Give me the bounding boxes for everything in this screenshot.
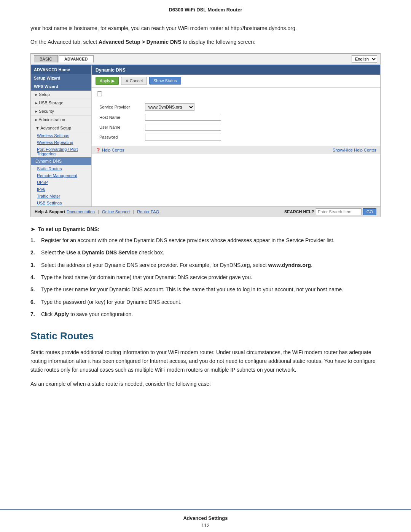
panel-content: Service Provider www.DynDNS.org Host Nam… <box>92 88 380 146</box>
router-top-bar: BASIC ADVANCED English <box>31 54 380 65</box>
step-7-bold: Apply <box>54 311 69 317</box>
panel-toolbar: Apply ▶ ✕ Cancel Show Status <box>92 75 380 88</box>
show-status-button[interactable]: Show Status <box>149 77 181 85</box>
step-3: 3. Select the address of your Dynamic DN… <box>30 261 381 269</box>
search-help-label: SEARCH HELP <box>284 209 314 214</box>
user-name-input[interactable] <box>145 124 221 131</box>
help-center-link[interactable]: ❓ Help Center <box>96 148 124 153</box>
sidebar-item-security[interactable]: ▸ Security <box>31 107 91 116</box>
intro-paragraph-2: On the Advanced tab, select Advanced Set… <box>30 38 381 46</box>
step-6: 6. Type the password (or key) for your D… <box>30 298 381 306</box>
sidebar-setup-wizard[interactable]: Setup Wizard <box>31 74 91 82</box>
step-7-text: Click Apply to save your configuration. <box>41 310 133 318</box>
online-support-link[interactable]: Online Support <box>102 209 130 214</box>
step-2: 2. Select the Use a Dynamic DNS Service … <box>30 248 381 257</box>
main-panel: Dynamic DNS Apply ▶ ✕ Cancel Show Status <box>92 66 380 206</box>
router-faq-link[interactable]: Router FAQ <box>137 209 159 214</box>
show-hide-help-link[interactable]: Show/Hide Help Center <box>333 148 376 152</box>
service-provider-label: Service Provider <box>97 102 143 112</box>
footer-label: Advanced Settings <box>0 515 411 521</box>
form-table: Service Provider www.DynDNS.org Host Nam… <box>97 102 375 142</box>
password-label: Password <box>97 132 143 142</box>
instruction-list: 1. Register for an account with one of t… <box>30 236 381 319</box>
intro-paragraph-1: your host name is hostname, for example,… <box>30 24 381 32</box>
sidebar-subitem-static-routes[interactable]: Static Routes <box>31 165 91 172</box>
form-row-password: Password <box>97 132 375 142</box>
sidebar: ADVANCED Home Setup Wizard WPS Wizard ▸ … <box>31 66 92 206</box>
static-routes-paragraph-2: As an example of when a static route is … <box>30 380 381 388</box>
host-name-input[interactable] <box>145 114 221 121</box>
step-2-num: 2. <box>30 248 37 257</box>
checkbox-row <box>97 91 375 96</box>
go-button[interactable]: GO <box>363 208 376 215</box>
sidebar-item-administration[interactable]: ▸ Administration <box>31 116 91 124</box>
docs-link[interactable]: Documentation <box>67 209 95 214</box>
sidebar-item-setup[interactable]: ▸ Setup <box>31 91 91 99</box>
step-6-text: Type the password (or key) for your Dyna… <box>41 298 182 306</box>
form-row-host-name: Host Name <box>97 112 375 122</box>
apply-button[interactable]: Apply ▶ <box>96 77 119 85</box>
step-7: 7. Click Apply to save your configuratio… <box>30 310 381 318</box>
sidebar-subitem-dynamic-dns[interactable]: Dynamic DNS <box>31 157 91 165</box>
static-routes-paragraph-1: Static routes provide additional routing… <box>30 348 381 374</box>
page-container: D6300 WiFi DSL Modem Router your host na… <box>0 0 411 532</box>
sidebar-subitem-remote-management[interactable]: Remote Management <box>31 172 91 179</box>
sidebar-subitem-traffic-meter[interactable]: Traffic Meter <box>31 193 91 200</box>
arrow-icon: ➤ <box>30 226 35 232</box>
step-1-num: 1. <box>30 236 37 244</box>
main-content: your host name is hostname, for example,… <box>0 16 411 509</box>
panel-footer: ❓ Help Center Show/Hide Help Center <box>92 146 380 154</box>
tab-basic[interactable]: BASIC <box>34 55 58 62</box>
sidebar-item-usb-storage[interactable]: ▸ USB Storage <box>31 99 91 107</box>
language-select[interactable]: English <box>352 55 377 63</box>
step-1: 1. Register for an account with one of t… <box>30 236 381 244</box>
use-dynamic-dns-checkbox[interactable] <box>97 91 102 96</box>
step-2-text: Select the Use a Dynamic DNS Service che… <box>41 248 164 257</box>
step-3-num: 3. <box>30 261 37 269</box>
step-3-bold: www.dyndns.org <box>268 262 311 268</box>
sidebar-subitem-usb-settings[interactable]: USB Settings <box>31 200 91 206</box>
static-routes-section: Static Routes Static routes provide addi… <box>30 330 381 388</box>
step-5: 5. Type the user name for your Dynamic D… <box>30 285 381 294</box>
sidebar-wps-wizard[interactable]: WPS Wizard <box>31 82 91 91</box>
instruction-heading-text: To set up Dynamic DNS: <box>38 226 100 232</box>
router-bottom-bar: Help & Support Documentation | Online Su… <box>31 206 380 217</box>
intro-p2-bold: Advanced Setup > Dynamic DNS <box>99 39 181 45</box>
panel-title: Dynamic DNS <box>92 66 380 75</box>
sidebar-subitem-wireless-settings[interactable]: Wireless Settings <box>31 132 91 139</box>
service-provider-select[interactable]: www.DynDNS.org <box>145 103 194 111</box>
sidebar-subitem-ipv6[interactable]: IPv6 <box>31 186 91 193</box>
sidebar-subitem-port-forwarding[interactable]: Port Forwarding / Port Triggering <box>31 146 91 157</box>
step-4: 4. Type the host name (or domain name) t… <box>30 273 381 281</box>
form-row-service-provider: Service Provider www.DynDNS.org <box>97 102 375 112</box>
intro-p2-before: On the Advanced tab, select <box>30 39 99 45</box>
search-input[interactable] <box>316 208 362 215</box>
step-4-text: Type the host name (or domain name) that… <box>41 273 252 281</box>
step-5-text: Type the user name for your Dynamic DNS … <box>41 285 343 294</box>
intro-p2-after: to display the following screen: <box>181 39 255 45</box>
footer-page-number: 112 <box>0 522 411 528</box>
help-support-left: Help & Support Documentation | Online Su… <box>35 209 159 214</box>
tab-advanced[interactable]: ADVANCED <box>59 55 94 62</box>
step-7-num: 7. <box>30 310 37 318</box>
sidebar-item-advanced-setup[interactable]: ▼ Advanced Setup <box>31 124 91 132</box>
step-1-text: Register for an account with one of the … <box>41 236 335 244</box>
page-title: D6300 WiFi DSL Modem Router <box>169 7 242 13</box>
step-2-bold: Use a Dynamic DNS Service <box>66 249 137 256</box>
page-footer: Advanced Settings 112 <box>0 509 411 532</box>
router-screenshot: BASIC ADVANCED English ADVANCED Home <box>30 53 381 217</box>
password-input[interactable] <box>145 134 221 141</box>
instruction-heading: ➤ To set up Dynamic DNS: <box>30 226 381 232</box>
sidebar-advanced-home[interactable]: ADVANCED Home <box>31 66 91 74</box>
router-ui: BASIC ADVANCED English ADVANCED Home <box>31 54 380 217</box>
router-body: ADVANCED Home Setup Wizard WPS Wizard ▸ … <box>31 65 380 206</box>
sidebar-subitem-wireless-repeating[interactable]: Wireless Repeating <box>31 139 91 146</box>
host-name-label: Host Name <box>97 112 143 122</box>
sidebar-subitem-upnp[interactable]: UPnP <box>31 179 91 186</box>
step-4-num: 4. <box>30 273 37 281</box>
static-routes-title: Static Routes <box>30 330 381 342</box>
step-5-num: 5. <box>30 285 37 294</box>
cancel-button[interactable]: ✕ Cancel <box>121 77 147 85</box>
page-header: D6300 WiFi DSL Modem Router <box>0 0 411 16</box>
help-support-label: Help & Support <box>35 209 65 214</box>
